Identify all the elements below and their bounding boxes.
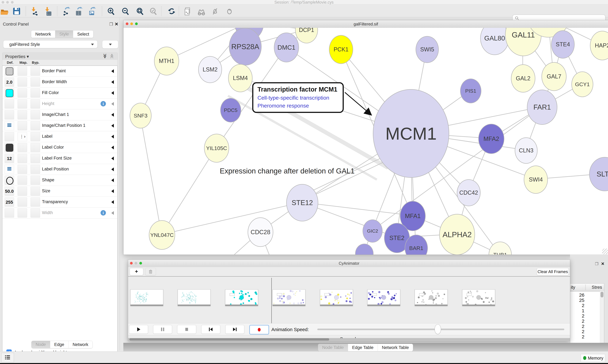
resize-grip[interactable] bbox=[602, 248, 608, 254]
bypass-cell[interactable] bbox=[30, 197, 40, 207]
node-gcy1[interactable]: GCY1 bbox=[571, 71, 593, 97]
mapping-cell[interactable] bbox=[18, 165, 27, 174]
default-value-cell[interactable] bbox=[5, 176, 14, 185]
table-cell-value[interactable]: 2 bbox=[572, 329, 584, 334]
collapse-arrow-icon[interactable] bbox=[111, 80, 114, 84]
default-value-cell[interactable] bbox=[5, 143, 14, 152]
window-controls[interactable] bbox=[130, 262, 143, 265]
minimize-icon[interactable] bbox=[130, 23, 133, 25]
property-row-label[interactable]: ⋮›Label bbox=[2, 131, 117, 142]
node-mfa2[interactable]: MFA2 bbox=[478, 124, 504, 154]
default-value-cell[interactable] bbox=[5, 121, 14, 130]
column-stress[interactable]: Stres bbox=[592, 285, 602, 290]
open-folder-icon[interactable] bbox=[0, 7, 9, 16]
node-yil105c[interactable]: YIL105C bbox=[204, 134, 229, 163]
table-cell-value[interactable]: 2 bbox=[572, 334, 584, 339]
mapping-cell[interactable] bbox=[18, 143, 27, 152]
export-table-icon[interactable] bbox=[74, 7, 83, 16]
bypass-cell[interactable] bbox=[30, 176, 40, 185]
float-panel-icon[interactable]: ❐ bbox=[109, 22, 113, 27]
save-icon[interactable] bbox=[12, 7, 21, 16]
default-value-cell[interactable]: 255 bbox=[5, 197, 14, 207]
network-edge[interactable] bbox=[140, 115, 162, 234]
default-value-cell[interactable] bbox=[5, 88, 14, 98]
default-value-cell[interactable]: 50.0 bbox=[5, 187, 14, 196]
tab-node[interactable]: Node bbox=[31, 341, 50, 348]
info-icon[interactable]: i bbox=[100, 101, 106, 106]
property-row-image-chart-1[interactable]: Image/Chart 1 bbox=[2, 109, 117, 120]
collapse-arrow-icon[interactable] bbox=[111, 91, 114, 95]
frame-thumbnail-3[interactable] bbox=[225, 289, 258, 306]
property-row-transparency[interactable]: 255Transparency bbox=[2, 197, 117, 208]
bypass-cell[interactable] bbox=[30, 66, 40, 76]
collapse-arrow-icon[interactable] bbox=[111, 189, 114, 193]
clear-all-frames-button[interactable]: Clear All Frames bbox=[537, 268, 569, 275]
table-cell-value[interactable]: 2 bbox=[572, 318, 584, 324]
playhead[interactable] bbox=[271, 278, 272, 324]
bypass-cell[interactable] bbox=[30, 208, 40, 218]
collapse-all-icon[interactable]: ≫ bbox=[109, 54, 114, 59]
collapse-arrow-icon[interactable] bbox=[111, 135, 114, 139]
collapse-arrow-icon[interactable] bbox=[111, 156, 114, 160]
property-row-height[interactable]: Heighti bbox=[2, 99, 117, 109]
network-canvas[interactable]: RPS28BRPS28ADMC1DCP1PCK1SWI5GAL80GAL11ST… bbox=[124, 28, 608, 255]
stop-button[interactable] bbox=[177, 325, 196, 334]
node-swi4[interactable]: SWI4 bbox=[524, 166, 548, 194]
network-edge[interactable] bbox=[302, 202, 412, 216]
property-row-shape[interactable]: Shape bbox=[2, 175, 117, 186]
table-cell-value[interactable]: 2 bbox=[572, 303, 584, 308]
table-cell-value[interactable]: 25 bbox=[572, 298, 584, 303]
table-cell-value[interactable]: 26 bbox=[572, 292, 584, 298]
frame-thumbnail-2[interactable] bbox=[178, 289, 211, 306]
bypass-cell[interactable] bbox=[30, 143, 40, 152]
bypass-cell[interactable] bbox=[30, 110, 40, 119]
collapse-arrow-icon[interactable] bbox=[111, 146, 114, 149]
node-gal2[interactable]: GAL2 bbox=[511, 64, 535, 92]
show-icon[interactable] bbox=[225, 7, 234, 16]
tab-edge-table[interactable]: Edge Table bbox=[348, 344, 378, 351]
info-icon[interactable]: i bbox=[100, 210, 106, 216]
bypass-cell[interactable] bbox=[30, 99, 40, 108]
binoculars-icon[interactable] bbox=[197, 7, 206, 16]
tab-node-table[interactable]: Node Table bbox=[318, 344, 348, 351]
property-row-size[interactable]: 50.0Size bbox=[2, 186, 117, 197]
record-button[interactable] bbox=[249, 325, 269, 334]
network-edge[interactable] bbox=[162, 202, 302, 234]
close-icon[interactable] bbox=[126, 23, 128, 25]
collapse-arrow-icon[interactable] bbox=[111, 178, 114, 182]
tab-select[interactable]: Select bbox=[73, 30, 93, 38]
scrollbar-thumb[interactable] bbox=[601, 292, 603, 298]
mapping-cell[interactable] bbox=[18, 187, 27, 196]
default-value-cell[interactable]: 12 bbox=[5, 154, 14, 163]
mapping-cell[interactable]: ⋮› bbox=[18, 132, 27, 141]
node-mth1[interactable]: MTH1 bbox=[154, 47, 179, 76]
frame-thumbnail-6[interactable] bbox=[367, 289, 400, 306]
import-table-icon[interactable] bbox=[44, 7, 53, 16]
node-pck1[interactable]: PCK1 bbox=[329, 35, 353, 64]
tab-network[interactable]: Network bbox=[31, 30, 55, 38]
maximize-icon[interactable] bbox=[139, 262, 142, 265]
node-table-header[interactable]: ity Stres bbox=[570, 284, 604, 291]
node-dmc1[interactable]: DMC1 bbox=[274, 33, 299, 62]
property-row-border-width[interactable]: 2.0Border Width bbox=[2, 77, 117, 88]
clone-network-icon[interactable] bbox=[183, 7, 192, 16]
add-frame-button[interactable]: + bbox=[130, 268, 143, 275]
property-row-label-position[interactable]: Label Position bbox=[2, 164, 117, 175]
table-cell-value[interactable]: 2 bbox=[572, 324, 584, 329]
bypass-cell[interactable] bbox=[30, 165, 40, 174]
window-controls[interactable] bbox=[126, 23, 139, 26]
column-divider[interactable] bbox=[585, 285, 586, 290]
scrollbar-thumb[interactable] bbox=[129, 338, 329, 341]
node-alpha2[interactable]: ALPHA2 bbox=[439, 214, 475, 255]
mapping-cell[interactable] bbox=[18, 176, 27, 185]
maximize-icon[interactable] bbox=[135, 23, 138, 25]
collapse-arrow-icon[interactable] bbox=[111, 200, 114, 204]
float-panel-icon[interactable]: ❐ bbox=[595, 262, 598, 266]
default-value-cell[interactable] bbox=[5, 208, 14, 218]
zoom-selected-icon[interactable] bbox=[149, 7, 158, 16]
node-gal7[interactable]: GAL7 bbox=[541, 62, 567, 91]
default-value-cell[interactable]: 2.0 bbox=[5, 78, 14, 87]
skip-end-button[interactable] bbox=[225, 325, 244, 334]
bypass-cell[interactable] bbox=[30, 78, 40, 87]
property-row-label-font-size[interactable]: 12Label Font Size bbox=[2, 153, 117, 164]
